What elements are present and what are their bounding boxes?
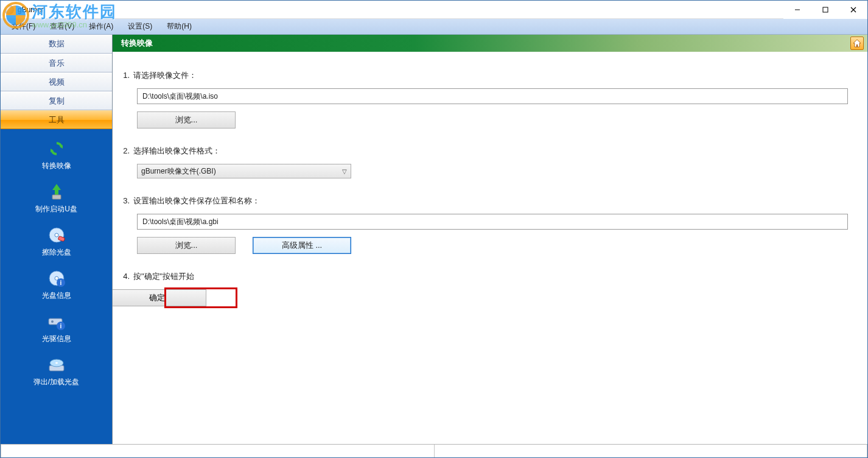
ok-button[interactable]: 确定 bbox=[113, 289, 206, 306]
menu-help[interactable]: 帮助(H) bbox=[161, 19, 198, 33]
step-4-label: 按"确定"按钮开始 bbox=[133, 271, 194, 282]
sidebar-cat-copy[interactable]: 复制 bbox=[1, 91, 112, 110]
tool-convert-label: 转换映像 bbox=[42, 161, 71, 171]
step-2: 2. 选择输出映像文件格式： gBurner映像文件(.GBI) ▽ bbox=[113, 146, 850, 178]
usb-arrow-icon bbox=[47, 182, 66, 202]
tool-boot-usb[interactable]: 制作启动U盘 bbox=[1, 177, 112, 220]
page-header: 转换映像 bbox=[113, 35, 867, 52]
svg-rect-8 bbox=[52, 195, 61, 199]
step-3: 3. 设置输出映像文件保存位置和名称： 浏览... 高级属性 ... bbox=[113, 196, 850, 254]
disc-erase-icon bbox=[47, 225, 66, 245]
step-1-label-row: 1. 请选择映像文件： bbox=[119, 70, 850, 81]
output-format-value: gBurner映像文件(.GBI) bbox=[141, 166, 216, 177]
step-2-label-row: 2. 选择输出映像文件格式： bbox=[119, 146, 850, 157]
tool-eject-disc[interactable]: 弹出/加载光盘 bbox=[1, 350, 112, 393]
svg-text:i: i bbox=[60, 323, 61, 329]
tool-eject-label: 弹出/加载光盘 bbox=[33, 377, 79, 387]
titlebar-left: gBurner bbox=[1, 5, 44, 15]
close-button[interactable] bbox=[839, 1, 867, 19]
disc-info-icon: i bbox=[47, 269, 66, 288]
maximize-icon bbox=[822, 7, 828, 13]
sidebar-tools: 转换映像 制作启动U盘 擦除光盘 i bbox=[1, 129, 112, 444]
content: 1. 请选择映像文件： 浏览... 2. 选择输出映像文件格式： gBurner… bbox=[113, 52, 867, 444]
sidebar-cat-tools[interactable]: 工具 bbox=[1, 110, 112, 129]
app-window: gBurner 文件(F) 查看(V) 操作(A) 设置(S) 帮助(H) 河东… bbox=[0, 0, 868, 458]
minimize-icon bbox=[794, 7, 800, 13]
browse-source-button[interactable]: 浏览... bbox=[137, 111, 236, 129]
output-path-input[interactable] bbox=[137, 214, 848, 230]
step-4: 4. 按"确定"按钮开始 确定 bbox=[113, 271, 850, 306]
step-2-num: 2. bbox=[119, 146, 130, 155]
drive-info-icon: i bbox=[47, 312, 66, 331]
svg-point-17 bbox=[51, 320, 54, 323]
status-cell-left bbox=[1, 445, 435, 457]
app-icon bbox=[4, 5, 14, 15]
window-controls bbox=[783, 1, 867, 19]
refresh-icon bbox=[47, 139, 66, 158]
step-3-buttons: 浏览... 高级属性 ... bbox=[137, 237, 850, 254]
step-3-label-row: 3. 设置输出映像文件保存位置和名称： bbox=[119, 196, 850, 206]
tool-disc-info[interactable]: i 光盘信息 bbox=[1, 264, 112, 307]
home-button[interactable] bbox=[850, 37, 864, 50]
tool-drive-info[interactable]: i 光驱信息 bbox=[1, 307, 112, 350]
advanced-properties-button[interactable]: 高级属性 ... bbox=[253, 237, 351, 254]
menu-settings[interactable]: 设置(S) bbox=[122, 19, 158, 33]
minimize-button[interactable] bbox=[783, 1, 811, 19]
step-1-buttons: 浏览... bbox=[137, 111, 850, 129]
svg-rect-7 bbox=[55, 190, 58, 195]
close-icon bbox=[850, 7, 856, 13]
source-image-input[interactable] bbox=[137, 88, 848, 104]
main: 转换映像 1. 请选择映像文件： 浏览... bbox=[113, 35, 867, 444]
svg-point-22 bbox=[55, 362, 58, 364]
step-3-num: 3. bbox=[119, 196, 130, 205]
tool-erase-disc[interactable]: 擦除光盘 bbox=[1, 220, 112, 264]
step-4-num: 4. bbox=[119, 272, 130, 281]
step-3-label: 设置输出映像文件保存位置和名称： bbox=[133, 196, 260, 206]
page-title: 转换映像 bbox=[121, 38, 153, 49]
browse-output-button[interactable]: 浏览... bbox=[137, 237, 236, 254]
tool-driveinfo-label: 光驱信息 bbox=[42, 334, 71, 344]
step-1: 1. 请选择映像文件： 浏览... bbox=[113, 70, 850, 129]
maximize-button[interactable] bbox=[811, 1, 839, 19]
ok-wrap: 确定 bbox=[137, 289, 850, 306]
sidebar-cat-video[interactable]: 视频 bbox=[1, 72, 112, 91]
step-1-label: 请选择映像文件： bbox=[133, 70, 197, 81]
step-2-label: 选择输出映像文件格式： bbox=[133, 146, 220, 157]
body: 数据 音乐 视频 复制 工具 转换映像 制作启动U盘 bbox=[1, 35, 867, 444]
statusbar bbox=[1, 444, 867, 457]
menu-file[interactable]: 文件(F) bbox=[5, 19, 41, 33]
svg-rect-24 bbox=[856, 44, 858, 47]
menubar: 文件(F) 查看(V) 操作(A) 设置(S) 帮助(H) bbox=[1, 19, 867, 35]
status-cell-right bbox=[435, 445, 868, 457]
step-1-num: 1. bbox=[119, 71, 130, 80]
tool-convert-image[interactable]: 转换映像 bbox=[1, 134, 112, 177]
sidebar-cat-music[interactable]: 音乐 bbox=[1, 54, 112, 72]
titlebar: gBurner bbox=[1, 1, 867, 19]
svg-text:i: i bbox=[60, 280, 61, 286]
home-icon bbox=[852, 38, 862, 48]
sidebar-cat-data[interactable]: 数据 bbox=[1, 35, 112, 54]
menu-action[interactable]: 操作(A) bbox=[83, 19, 119, 33]
tool-discinfo-label: 光盘信息 bbox=[42, 291, 71, 301]
tool-bootusb-label: 制作启动U盘 bbox=[35, 204, 77, 214]
tool-erase-label: 擦除光盘 bbox=[42, 247, 71, 258]
chevron-down-icon: ▽ bbox=[342, 168, 347, 175]
svg-marker-6 bbox=[52, 184, 61, 190]
eject-icon bbox=[47, 355, 66, 375]
output-format-select[interactable]: gBurner映像文件(.GBI) ▽ bbox=[137, 164, 351, 178]
svg-point-10 bbox=[55, 233, 58, 237]
svg-rect-1 bbox=[823, 7, 828, 12]
sidebar: 数据 音乐 视频 复制 工具 转换映像 制作启动U盘 bbox=[1, 35, 113, 444]
step-4-label-row: 4. 按"确定"按钮开始 bbox=[119, 271, 850, 282]
menu-view[interactable]: 查看(V) bbox=[44, 19, 80, 33]
window-title: gBurner bbox=[18, 5, 44, 14]
